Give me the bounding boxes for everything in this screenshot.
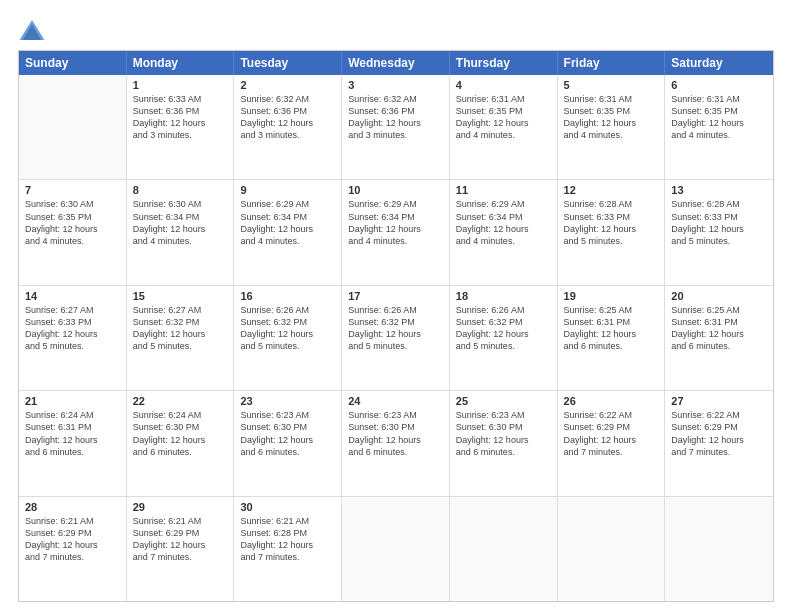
calendar-cell: 12Sunrise: 6:28 AM Sunset: 6:33 PM Dayli… bbox=[558, 180, 666, 284]
day-info: Sunrise: 6:23 AM Sunset: 6:30 PM Dayligh… bbox=[348, 409, 443, 458]
header-day-monday: Monday bbox=[127, 51, 235, 75]
calendar-week-3: 14Sunrise: 6:27 AM Sunset: 6:33 PM Dayli… bbox=[19, 285, 773, 390]
day-number: 19 bbox=[564, 290, 659, 302]
header-day-tuesday: Tuesday bbox=[234, 51, 342, 75]
calendar-body: 1Sunrise: 6:33 AM Sunset: 6:36 PM Daylig… bbox=[19, 75, 773, 601]
day-number: 25 bbox=[456, 395, 551, 407]
calendar-cell: 24Sunrise: 6:23 AM Sunset: 6:30 PM Dayli… bbox=[342, 391, 450, 495]
calendar: SundayMondayTuesdayWednesdayThursdayFrid… bbox=[18, 50, 774, 602]
day-number: 17 bbox=[348, 290, 443, 302]
day-info: Sunrise: 6:25 AM Sunset: 6:31 PM Dayligh… bbox=[671, 304, 767, 353]
calendar-week-5: 28Sunrise: 6:21 AM Sunset: 6:29 PM Dayli… bbox=[19, 496, 773, 601]
calendar-cell bbox=[450, 497, 558, 601]
day-info: Sunrise: 6:29 AM Sunset: 6:34 PM Dayligh… bbox=[240, 198, 335, 247]
calendar-cell: 26Sunrise: 6:22 AM Sunset: 6:29 PM Dayli… bbox=[558, 391, 666, 495]
calendar-cell: 9Sunrise: 6:29 AM Sunset: 6:34 PM Daylig… bbox=[234, 180, 342, 284]
day-number: 27 bbox=[671, 395, 767, 407]
day-info: Sunrise: 6:22 AM Sunset: 6:29 PM Dayligh… bbox=[671, 409, 767, 458]
calendar-cell: 22Sunrise: 6:24 AM Sunset: 6:30 PM Dayli… bbox=[127, 391, 235, 495]
day-number: 26 bbox=[564, 395, 659, 407]
calendar-cell: 18Sunrise: 6:26 AM Sunset: 6:32 PM Dayli… bbox=[450, 286, 558, 390]
day-info: Sunrise: 6:26 AM Sunset: 6:32 PM Dayligh… bbox=[240, 304, 335, 353]
day-info: Sunrise: 6:27 AM Sunset: 6:32 PM Dayligh… bbox=[133, 304, 228, 353]
day-info: Sunrise: 6:31 AM Sunset: 6:35 PM Dayligh… bbox=[564, 93, 659, 142]
day-info: Sunrise: 6:21 AM Sunset: 6:28 PM Dayligh… bbox=[240, 515, 335, 564]
day-info: Sunrise: 6:25 AM Sunset: 6:31 PM Dayligh… bbox=[564, 304, 659, 353]
calendar-cell bbox=[19, 75, 127, 179]
calendar-cell: 27Sunrise: 6:22 AM Sunset: 6:29 PM Dayli… bbox=[665, 391, 773, 495]
calendar-cell: 13Sunrise: 6:28 AM Sunset: 6:33 PM Dayli… bbox=[665, 180, 773, 284]
day-info: Sunrise: 6:31 AM Sunset: 6:35 PM Dayligh… bbox=[671, 93, 767, 142]
page: SundayMondayTuesdayWednesdayThursdayFrid… bbox=[0, 0, 792, 612]
day-info: Sunrise: 6:28 AM Sunset: 6:33 PM Dayligh… bbox=[564, 198, 659, 247]
day-number: 24 bbox=[348, 395, 443, 407]
calendar-cell: 28Sunrise: 6:21 AM Sunset: 6:29 PM Dayli… bbox=[19, 497, 127, 601]
day-info: Sunrise: 6:31 AM Sunset: 6:35 PM Dayligh… bbox=[456, 93, 551, 142]
day-number: 13 bbox=[671, 184, 767, 196]
day-info: Sunrise: 6:22 AM Sunset: 6:29 PM Dayligh… bbox=[564, 409, 659, 458]
day-info: Sunrise: 6:26 AM Sunset: 6:32 PM Dayligh… bbox=[456, 304, 551, 353]
header-day-saturday: Saturday bbox=[665, 51, 773, 75]
header-day-friday: Friday bbox=[558, 51, 666, 75]
calendar-cell: 15Sunrise: 6:27 AM Sunset: 6:32 PM Dayli… bbox=[127, 286, 235, 390]
day-number: 5 bbox=[564, 79, 659, 91]
day-number: 12 bbox=[564, 184, 659, 196]
day-number: 30 bbox=[240, 501, 335, 513]
day-number: 28 bbox=[25, 501, 120, 513]
header bbox=[18, 18, 774, 42]
day-number: 15 bbox=[133, 290, 228, 302]
day-number: 29 bbox=[133, 501, 228, 513]
day-info: Sunrise: 6:23 AM Sunset: 6:30 PM Dayligh… bbox=[456, 409, 551, 458]
day-number: 1 bbox=[133, 79, 228, 91]
day-info: Sunrise: 6:27 AM Sunset: 6:33 PM Dayligh… bbox=[25, 304, 120, 353]
day-number: 10 bbox=[348, 184, 443, 196]
calendar-cell: 20Sunrise: 6:25 AM Sunset: 6:31 PM Dayli… bbox=[665, 286, 773, 390]
day-number: 9 bbox=[240, 184, 335, 196]
day-info: Sunrise: 6:26 AM Sunset: 6:32 PM Dayligh… bbox=[348, 304, 443, 353]
header-day-wednesday: Wednesday bbox=[342, 51, 450, 75]
calendar-week-1: 1Sunrise: 6:33 AM Sunset: 6:36 PM Daylig… bbox=[19, 75, 773, 179]
day-info: Sunrise: 6:23 AM Sunset: 6:30 PM Dayligh… bbox=[240, 409, 335, 458]
day-info: Sunrise: 6:24 AM Sunset: 6:30 PM Dayligh… bbox=[133, 409, 228, 458]
day-number: 20 bbox=[671, 290, 767, 302]
day-number: 22 bbox=[133, 395, 228, 407]
calendar-cell: 1Sunrise: 6:33 AM Sunset: 6:36 PM Daylig… bbox=[127, 75, 235, 179]
calendar-cell: 10Sunrise: 6:29 AM Sunset: 6:34 PM Dayli… bbox=[342, 180, 450, 284]
day-info: Sunrise: 6:33 AM Sunset: 6:36 PM Dayligh… bbox=[133, 93, 228, 142]
calendar-cell: 5Sunrise: 6:31 AM Sunset: 6:35 PM Daylig… bbox=[558, 75, 666, 179]
calendar-cell: 23Sunrise: 6:23 AM Sunset: 6:30 PM Dayli… bbox=[234, 391, 342, 495]
day-info: Sunrise: 6:32 AM Sunset: 6:36 PM Dayligh… bbox=[240, 93, 335, 142]
day-info: Sunrise: 6:21 AM Sunset: 6:29 PM Dayligh… bbox=[25, 515, 120, 564]
day-number: 4 bbox=[456, 79, 551, 91]
day-number: 2 bbox=[240, 79, 335, 91]
calendar-cell: 25Sunrise: 6:23 AM Sunset: 6:30 PM Dayli… bbox=[450, 391, 558, 495]
calendar-week-2: 7Sunrise: 6:30 AM Sunset: 6:35 PM Daylig… bbox=[19, 179, 773, 284]
calendar-cell: 4Sunrise: 6:31 AM Sunset: 6:35 PM Daylig… bbox=[450, 75, 558, 179]
calendar-cell: 3Sunrise: 6:32 AM Sunset: 6:36 PM Daylig… bbox=[342, 75, 450, 179]
day-info: Sunrise: 6:28 AM Sunset: 6:33 PM Dayligh… bbox=[671, 198, 767, 247]
day-number: 7 bbox=[25, 184, 120, 196]
day-number: 21 bbox=[25, 395, 120, 407]
calendar-cell: 29Sunrise: 6:21 AM Sunset: 6:29 PM Dayli… bbox=[127, 497, 235, 601]
header-day-sunday: Sunday bbox=[19, 51, 127, 75]
day-info: Sunrise: 6:30 AM Sunset: 6:34 PM Dayligh… bbox=[133, 198, 228, 247]
calendar-cell bbox=[558, 497, 666, 601]
calendar-cell: 17Sunrise: 6:26 AM Sunset: 6:32 PM Dayli… bbox=[342, 286, 450, 390]
calendar-cell: 14Sunrise: 6:27 AM Sunset: 6:33 PM Dayli… bbox=[19, 286, 127, 390]
logo-icon bbox=[18, 18, 46, 42]
calendar-cell: 7Sunrise: 6:30 AM Sunset: 6:35 PM Daylig… bbox=[19, 180, 127, 284]
calendar-week-4: 21Sunrise: 6:24 AM Sunset: 6:31 PM Dayli… bbox=[19, 390, 773, 495]
day-number: 18 bbox=[456, 290, 551, 302]
calendar-cell bbox=[342, 497, 450, 601]
day-number: 6 bbox=[671, 79, 767, 91]
day-info: Sunrise: 6:29 AM Sunset: 6:34 PM Dayligh… bbox=[348, 198, 443, 247]
day-number: 16 bbox=[240, 290, 335, 302]
calendar-cell: 8Sunrise: 6:30 AM Sunset: 6:34 PM Daylig… bbox=[127, 180, 235, 284]
day-number: 14 bbox=[25, 290, 120, 302]
calendar-cell: 2Sunrise: 6:32 AM Sunset: 6:36 PM Daylig… bbox=[234, 75, 342, 179]
day-info: Sunrise: 6:24 AM Sunset: 6:31 PM Dayligh… bbox=[25, 409, 120, 458]
day-number: 8 bbox=[133, 184, 228, 196]
day-info: Sunrise: 6:32 AM Sunset: 6:36 PM Dayligh… bbox=[348, 93, 443, 142]
day-number: 23 bbox=[240, 395, 335, 407]
calendar-cell bbox=[665, 497, 773, 601]
